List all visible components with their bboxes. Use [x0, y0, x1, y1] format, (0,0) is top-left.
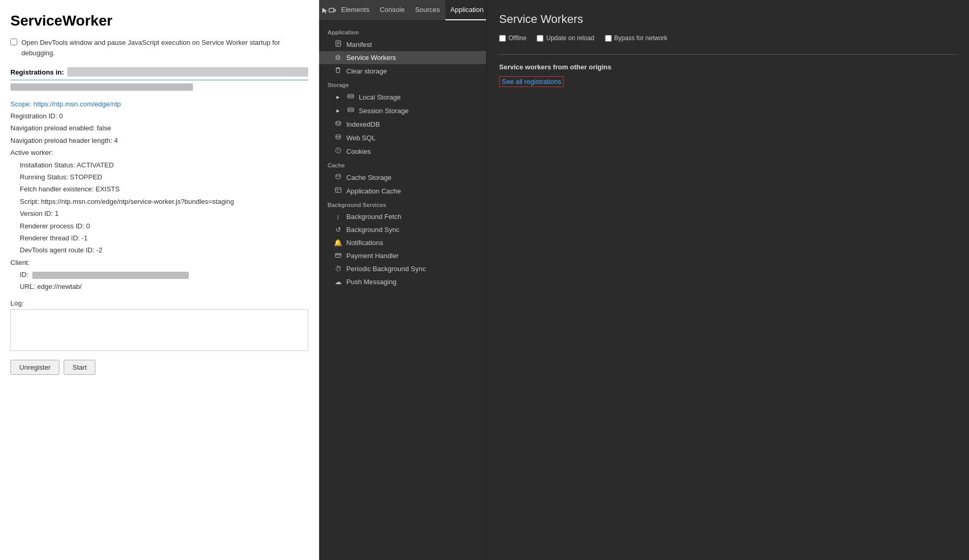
sidebar-item-cache-storage[interactable]: Cache Storage [319, 171, 486, 184]
local-storage-icon [346, 93, 355, 101]
left-panel: ServiceWorker Open DevTools window and p… [0, 0, 319, 560]
tab-sources[interactable]: Sources [410, 0, 445, 20]
cursor-icon-btn[interactable] [321, 2, 329, 19]
see-all-registrations-link[interactable]: See all registrations [499, 76, 564, 87]
svg-point-22 [336, 174, 341, 176]
nav-preload: Navigation preload enabled: false [10, 122, 308, 134]
svg-point-16 [336, 121, 341, 123]
tab-elements[interactable]: Elements [336, 0, 374, 20]
web-sql-label: Web SQL [346, 134, 376, 142]
service-workers-icon: ⚙ [334, 54, 342, 62]
sidebar-item-notifications[interactable]: 🔔 Notifications [319, 236, 486, 249]
renderer-thread-id: Renderer thread ID: -1 [20, 232, 308, 244]
bg-fetch-icon: ↕ [334, 213, 342, 221]
sidebar-item-web-sql[interactable]: Web SQL [319, 131, 486, 144]
sidebar-item-bg-fetch[interactable]: ↕ Background Fetch [319, 210, 486, 223]
session-storage-label: Session Storage [359, 107, 408, 115]
right-title: Service Workers [499, 13, 956, 26]
unregister-button[interactable]: Unregister [10, 360, 59, 375]
sidebar-content: Application Manifest ⚙ Service Workers [319, 21, 486, 560]
svg-point-19 [337, 149, 338, 150]
client-id-bar [32, 272, 189, 279]
bg-sync-icon: ↺ [334, 226, 342, 234]
button-row: Unregister Start [10, 360, 308, 375]
script-url: Script: https://ntp.msn.com/edge/ntp/ser… [20, 196, 308, 208]
update-on-reload-label: Update on reload [546, 34, 594, 42]
info-block: Registration ID: 0 Navigation preload en… [10, 110, 308, 293]
bypass-for-network-label: Bypass for network [614, 34, 668, 42]
registrations-label: Registrations in: [10, 68, 64, 76]
client-url: URL: edge://newtab/ [20, 281, 308, 293]
bg-fetch-label: Background Fetch [346, 213, 402, 221]
offline-checkbox[interactable] [499, 35, 506, 42]
svg-rect-23 [335, 188, 341, 192]
notifications-icon: 🔔 [334, 239, 342, 247]
offline-checkbox-item[interactable]: Offline [499, 34, 526, 42]
devtools-agent-route: DevTools agent route ID: -2 [20, 244, 308, 256]
cache-storage-label: Cache Storage [346, 174, 392, 181]
devtools-tabs: Elements Console Sources Application » ⚙… [319, 0, 486, 21]
indexeddb-icon [334, 120, 342, 128]
id-label: ID: [20, 271, 29, 278]
svg-point-18 [335, 148, 341, 153]
sidebar-item-clear-storage[interactable]: Clear storage [319, 64, 486, 78]
start-button[interactable]: Start [64, 360, 95, 375]
svg-rect-26 [335, 253, 341, 258]
bypass-for-network-checkbox[interactable] [605, 35, 612, 42]
device-icon-btn[interactable] [329, 2, 336, 19]
tab-console[interactable]: Console [374, 0, 410, 20]
sidebar-item-service-workers[interactable]: ⚙ Service Workers [319, 51, 486, 64]
sidebar-item-session-storage[interactable]: ▶ Session Storage [319, 104, 486, 117]
storage-section-label: Storage [319, 78, 486, 90]
payment-handler-icon [334, 252, 342, 260]
update-on-reload-checkbox-item[interactable]: Update on reload [537, 34, 594, 42]
manifest-icon [334, 40, 342, 48]
log-textarea[interactable] [10, 309, 308, 351]
page-title: ServiceWorker [10, 13, 308, 29]
svg-point-20 [338, 150, 340, 151]
push-messaging-icon: ☁ [334, 278, 342, 286]
redacted-bar [10, 83, 193, 91]
sidebar-item-cookies[interactable]: Cookies [319, 144, 486, 158]
sidebar-item-bg-sync[interactable]: ↺ Background Sync [319, 223, 486, 236]
notifications-label: Notifications [346, 239, 383, 247]
svg-rect-10 [348, 94, 354, 98]
manifest-label: Manifest [346, 41, 372, 48]
scope-link[interactable]: Scope: https://ntp.msn.com/edge/ntp [10, 100, 308, 108]
tab-application[interactable]: Application [445, 0, 489, 20]
client-id-row: ID: [20, 269, 308, 281]
bypass-for-network-checkbox-item[interactable]: Bypass for network [605, 34, 668, 42]
version-id: Version ID: 1 [20, 208, 308, 220]
cache-storage-icon [334, 173, 342, 181]
svg-point-21 [337, 151, 338, 152]
application-section-label: Application [319, 25, 486, 38]
sidebar-item-app-cache[interactable]: Application Cache [319, 184, 486, 198]
sidebar-item-push-messaging[interactable]: ☁ Push Messaging [319, 275, 486, 288]
debug-checkbox[interactable] [10, 39, 17, 45]
sidebar-item-payment-handler[interactable]: Payment Handler [319, 249, 486, 262]
update-on-reload-checkbox[interactable] [537, 35, 543, 42]
app-cache-icon [334, 187, 342, 195]
cookies-icon [334, 147, 342, 155]
svg-rect-13 [348, 108, 354, 112]
sidebar-item-local-storage[interactable]: ▶ Local Storage [319, 90, 486, 104]
log-section: Log: [10, 299, 308, 352]
session-storage-icon [346, 106, 355, 115]
local-storage-expand-icon: ▶ [334, 95, 342, 100]
session-storage-expand-icon: ▶ [334, 108, 342, 113]
sidebar-item-manifest[interactable]: Manifest [319, 38, 486, 51]
reg-id: Registration ID: 0 [10, 110, 308, 122]
push-messaging-label: Push Messaging [346, 278, 396, 286]
app-cache-label: Application Cache [346, 187, 401, 195]
debug-label: Open DevTools window and pause JavaScrip… [21, 38, 308, 58]
log-label: Log: [10, 299, 308, 307]
cookies-label: Cookies [346, 148, 371, 155]
indexeddb-label: IndexedDB [346, 120, 380, 128]
active-worker-label: Active worker: [10, 147, 308, 159]
registrations-value-bar [67, 67, 308, 77]
install-status: Installation Status: ACTIVATED [20, 159, 308, 171]
svg-rect-0 [329, 8, 334, 12]
periodic-bg-sync-label: Periodic Background Sync [346, 265, 426, 273]
sidebar-item-periodic-bg-sync[interactable]: ⏱ Periodic Background Sync [319, 262, 486, 275]
sidebar-item-indexeddb[interactable]: IndexedDB [319, 117, 486, 131]
